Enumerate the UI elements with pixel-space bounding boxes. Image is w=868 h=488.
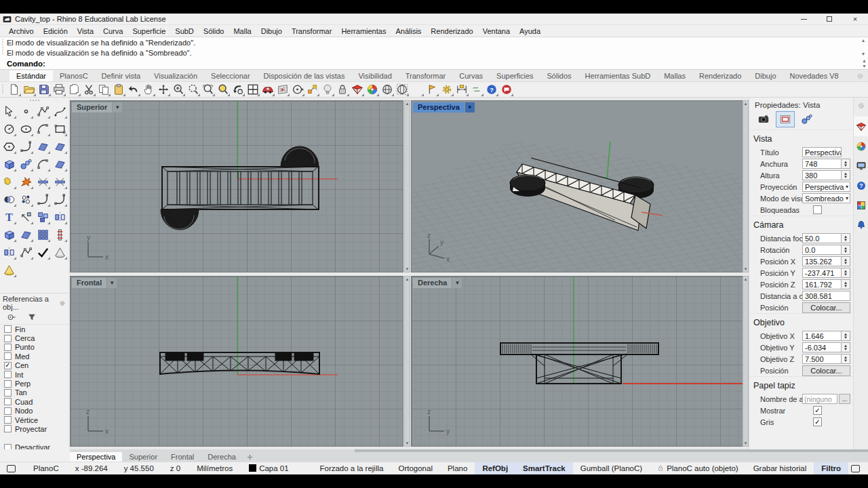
toolbar-tab-mallas[interactable]: Mallas (657, 70, 692, 81)
colocar-button[interactable]: Colocar... (802, 365, 850, 376)
menu-superficie[interactable]: Superficie (127, 26, 170, 36)
viewport-tab-superior[interactable]: Superior (122, 452, 164, 462)
text-button[interactable] (1, 209, 17, 226)
camera-button[interactable] (755, 112, 772, 127)
flag-button[interactable] (425, 82, 439, 97)
osnap-item-fin[interactable]: Fin (0, 325, 68, 333)
surface-from-curves-button[interactable] (52, 138, 68, 155)
new-file-button[interactable] (7, 82, 22, 97)
help-button[interactable] (484, 82, 499, 97)
zoom-dynamic-button[interactable] (171, 82, 186, 97)
toggle-gumball-planoc-[interactable]: Gumball (PlanoC) (573, 462, 650, 474)
osnap-item-punto[interactable]: Punto (0, 343, 68, 352)
value-field[interactable]: 50.0 (802, 233, 842, 243)
sphere-button[interactable] (18, 156, 34, 173)
viewport-layout-button[interactable] (245, 82, 260, 97)
check-points-button[interactable] (35, 244, 51, 261)
osnap-item-proyectar[interactable]: Proyectar (0, 424, 68, 433)
viewport-perspectiva[interactable]: Perspectiva ▼ (411, 100, 743, 272)
menu-curva[interactable]: Curva (98, 26, 127, 36)
array-button[interactable] (35, 226, 51, 243)
value-field[interactable]: 135.262 (802, 256, 842, 266)
select-cursor-button[interactable] (1, 103, 17, 120)
osnap-item-nodo[interactable]: Nodo (0, 407, 68, 415)
command-prompt[interactable]: Comando: ▲ ▼ (0, 58, 868, 70)
move-viewport-tabs-icon[interactable]: ✛ (247, 453, 252, 461)
named-views-button[interactable] (260, 82, 275, 97)
menu-archivo[interactable]: Archivo (4, 26, 39, 36)
chevron-down-icon[interactable]: ▼ (106, 278, 117, 288)
menu-transformar[interactable]: Transformar (287, 26, 337, 36)
render-preview-button[interactable] (380, 82, 395, 97)
toggle-forzado-a-la-rejilla[interactable]: Forzado a la rejilla (312, 462, 391, 474)
save-file-button[interactable] (37, 82, 52, 97)
layers-tab[interactable] (854, 136, 868, 156)
palette-grip[interactable] (0, 98, 68, 103)
toolbar-tab-herramientas-subd[interactable]: Herramientas SubD (578, 70, 658, 81)
menu-ventana[interactable]: Ventana (478, 26, 515, 36)
spin-down-icon[interactable]: ▼ (862, 64, 867, 69)
feedback-button[interactable] (499, 82, 514, 97)
viewport-tab-perspectiva[interactable]: Perspectiva (70, 452, 122, 462)
lights-button[interactable] (320, 82, 335, 97)
circle-button[interactable] (1, 121, 17, 138)
close-button[interactable]: × (842, 14, 868, 24)
gear-icon[interactable] (59, 300, 66, 307)
spinner-arrows[interactable]: ▲▼ (842, 159, 850, 169)
viewport-superior[interactable]: Superior ▼ (70, 100, 403, 272)
toolbar-tab-sólidos[interactable]: Sólidos (540, 70, 578, 81)
checkbox[interactable] (813, 205, 822, 214)
display-tab[interactable] (854, 156, 868, 176)
toggle-grabar-historial[interactable]: Grabar historial (746, 462, 814, 474)
osnap-item-cerca[interactable]: Cerca (0, 333, 68, 342)
coord-y[interactable]: y 45.550 (116, 464, 162, 472)
gear-icon[interactable] (856, 73, 864, 81)
point-button[interactable] (18, 103, 34, 120)
toolbar-tab-estándar[interactable]: Estándar (9, 70, 53, 81)
spin-up-icon[interactable]: ▲ (862, 58, 867, 64)
checkbox[interactable] (4, 352, 12, 360)
gumball-button[interactable] (305, 82, 320, 97)
toolbar-tab-transformar[interactable]: Transformar (399, 70, 453, 81)
set-cplane-button[interactable] (290, 82, 305, 97)
toolbar-tab-visualización[interactable]: Visualización (147, 70, 204, 81)
toggle-ortogonal[interactable]: Ortogonal (391, 462, 440, 474)
spinner-arrows[interactable]: ▲▼ (842, 331, 850, 341)
spinner-arrows[interactable]: ▲▼ (842, 256, 850, 266)
checkbox[interactable] (4, 425, 12, 432)
copy-button[interactable] (96, 82, 111, 97)
viewport-tab-frontal[interactable]: Frontal (164, 452, 201, 462)
paste-button[interactable] (111, 82, 126, 97)
surface-corner-points-button[interactable] (35, 138, 51, 155)
drape-button[interactable] (18, 226, 34, 243)
dropdown[interactable]: Perspectiva▾ (802, 182, 850, 192)
value-field[interactable]: 7.500 (802, 354, 842, 364)
viewport-superior-title[interactable]: Superior ▼ (72, 102, 122, 113)
value-field[interactable]: 308.581 (802, 291, 850, 301)
array-curve-button[interactable] (52, 226, 68, 243)
undo-button[interactable] (126, 82, 141, 97)
join-button[interactable] (1, 174, 17, 190)
box-button[interactable] (1, 156, 17, 173)
checkbox[interactable] (4, 416, 12, 424)
value-field[interactable]: 0.0 (802, 245, 842, 255)
toggle-plano[interactable]: Plano (440, 462, 475, 474)
command-history-scrollbar[interactable]: ▲ ▼ (859, 38, 867, 57)
panel-toggle-icon[interactable] (851, 465, 860, 472)
mirror-button[interactable] (52, 209, 68, 226)
layer-pane[interactable]: Capa 01 (241, 464, 296, 472)
value-field[interactable]: -6.034 (802, 342, 842, 352)
surface-revolve-button[interactable] (35, 156, 51, 173)
menu-renderizado[interactable]: Renderizado (426, 26, 477, 36)
chevron-down-icon[interactable]: ▼ (112, 102, 122, 113)
boolean-difference-button[interactable] (18, 191, 34, 208)
toolbar-tab-superficies[interactable]: Superficies (490, 70, 540, 81)
toolbar-tab-renderizado[interactable]: Renderizado (692, 70, 748, 81)
checkbox[interactable]: ✓ (4, 362, 12, 369)
osnap-item-vertice[interactable]: Vértice (0, 415, 68, 424)
viewport-derecha[interactable]: Derecha ▼ (411, 276, 743, 447)
render-button[interactable] (410, 82, 425, 97)
scroll-down-icon[interactable]: ▼ (861, 52, 866, 57)
offset-surface-button[interactable] (1, 244, 17, 261)
menu-vista[interactable]: Vista (73, 26, 98, 36)
